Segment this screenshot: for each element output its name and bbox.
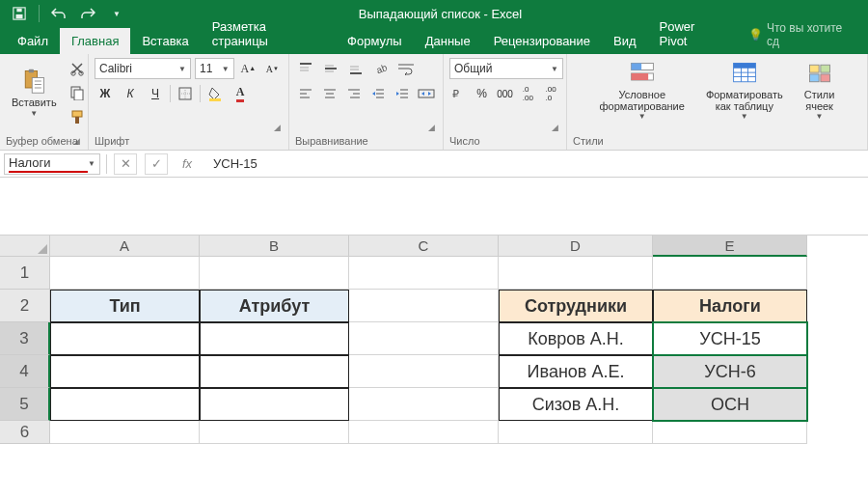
- save-icon[interactable]: [8, 3, 31, 24]
- row-header-5[interactable]: 5: [0, 388, 50, 421]
- cell-D6[interactable]: [499, 421, 653, 444]
- cell-A6[interactable]: [50, 421, 200, 444]
- tab-layout[interactable]: Разметка страницы: [201, 14, 336, 54]
- grow-font-icon[interactable]: A▲: [238, 58, 258, 79]
- font-size-combo[interactable]: 11▼: [195, 58, 234, 79]
- paste-button[interactable]: Вставить ▼: [6, 58, 63, 127]
- align-top-icon[interactable]: [295, 58, 316, 79]
- tab-view[interactable]: Вид: [602, 28, 648, 54]
- cell-D1[interactable]: [499, 257, 653, 290]
- cell-D3[interactable]: Ковров А.Н.: [499, 322, 653, 355]
- decrease-decimal-icon[interactable]: .00.0: [541, 83, 560, 104]
- cell-C5[interactable]: [349, 388, 499, 421]
- tab-data[interactable]: Данные: [414, 28, 482, 54]
- borders-icon[interactable]: [175, 83, 196, 104]
- cell-B4[interactable]: [200, 355, 349, 388]
- font-launcher-icon[interactable]: ◢: [274, 123, 281, 132]
- cell-B6[interactable]: [200, 421, 349, 444]
- underline-button[interactable]: Ч: [145, 83, 166, 104]
- format-as-table-button[interactable]: Форматировать как таблицу ▼: [700, 58, 789, 123]
- formula-cancel-icon[interactable]: ✕: [114, 153, 137, 175]
- cell-B2[interactable]: Атрибут: [200, 290, 349, 322]
- cell-E2[interactable]: Налоги: [653, 290, 807, 322]
- row-header-6[interactable]: 6: [0, 421, 50, 444]
- cell-A3[interactable]: [50, 322, 200, 355]
- percent-icon[interactable]: %: [473, 83, 492, 104]
- align-center-icon[interactable]: [319, 83, 339, 104]
- cut-icon[interactable]: [67, 58, 88, 79]
- cell-C4[interactable]: [349, 355, 499, 388]
- tab-formulas[interactable]: Формулы: [336, 28, 414, 54]
- align-right-icon[interactable]: [343, 83, 364, 104]
- cell-C1[interactable]: [349, 257, 499, 290]
- formula-enter-icon[interactable]: ✓: [145, 153, 168, 175]
- cell-D2[interactable]: Сотрудники: [499, 290, 653, 322]
- wrap-text-icon[interactable]: [395, 58, 417, 79]
- font-name-combo[interactable]: Calibri▼: [95, 58, 191, 79]
- redo-icon[interactable]: [76, 3, 99, 24]
- decrease-indent-icon[interactable]: [368, 83, 389, 104]
- cell-B1[interactable]: [200, 257, 349, 290]
- tab-review[interactable]: Рецензирование: [482, 28, 602, 54]
- fill-color-icon[interactable]: [204, 83, 226, 104]
- name-box[interactable]: Налоги ▼: [4, 153, 100, 175]
- svg-text:ab: ab: [375, 62, 388, 75]
- tab-insert[interactable]: Вставка: [130, 28, 200, 54]
- tab-file[interactable]: Файл: [6, 28, 60, 54]
- shrink-font-icon[interactable]: A▼: [262, 58, 283, 79]
- cell-D5[interactable]: Сизов А.Н.: [499, 388, 653, 421]
- align-left-icon[interactable]: [295, 83, 315, 104]
- cell-E5[interactable]: ОСН: [653, 388, 807, 421]
- undo-icon[interactable]: [47, 3, 70, 24]
- spreadsheet-grid[interactable]: A B C D E 1 2 Тип Атрибут Сотрудники Нал…: [0, 236, 868, 444]
- orientation-icon[interactable]: ab: [370, 58, 392, 79]
- col-header-D[interactable]: D: [499, 236, 653, 257]
- cell-E6[interactable]: [653, 421, 807, 444]
- bold-button[interactable]: Ж: [95, 83, 116, 104]
- cell-A1[interactable]: [50, 257, 200, 290]
- col-header-B[interactable]: B: [200, 236, 349, 257]
- fx-icon[interactable]: fx: [176, 153, 199, 175]
- align-middle-icon[interactable]: [320, 58, 341, 79]
- row-header-3[interactable]: 3: [0, 322, 50, 355]
- copy-icon[interactable]: [67, 82, 88, 103]
- cell-styles-button[interactable]: Стили ячеек ▼: [799, 58, 841, 123]
- row-header-4[interactable]: 4: [0, 355, 50, 388]
- align-launcher-icon[interactable]: ◢: [428, 123, 435, 132]
- increase-indent-icon[interactable]: [393, 83, 413, 104]
- formula-bar-value[interactable]: УСН-15: [205, 156, 864, 171]
- align-bottom-icon[interactable]: [345, 58, 366, 79]
- col-header-C[interactable]: C: [349, 236, 499, 257]
- cell-A5[interactable]: [50, 388, 200, 421]
- conditional-formatting-button[interactable]: Условное форматирование ▼: [594, 58, 691, 123]
- font-color-icon[interactable]: A: [230, 83, 251, 104]
- cell-E4[interactable]: УСН-6: [653, 355, 807, 388]
- cell-D4[interactable]: Иванов А.Е.: [499, 355, 653, 388]
- cell-E3[interactable]: УСН-15: [653, 322, 807, 355]
- row-header-2[interactable]: 2: [0, 290, 50, 322]
- format-painter-icon[interactable]: [67, 106, 88, 127]
- col-header-E[interactable]: E: [653, 236, 807, 257]
- cell-C2[interactable]: [349, 290, 499, 322]
- number-format-combo[interactable]: Общий▼: [449, 58, 563, 79]
- tab-home[interactable]: Главная: [60, 28, 130, 54]
- qat-customize-icon[interactable]: ▼: [105, 3, 128, 24]
- tell-me[interactable]: 💡 Что вы хотите сд: [737, 15, 868, 54]
- col-header-A[interactable]: A: [50, 236, 200, 257]
- tab-powerpivot[interactable]: Power Pivot: [648, 14, 737, 54]
- select-all-triangle[interactable]: [0, 236, 50, 257]
- cell-B3[interactable]: [200, 322, 349, 355]
- cell-A2[interactable]: Тип: [50, 290, 200, 322]
- number-launcher-icon[interactable]: ◢: [552, 123, 558, 132]
- cell-C6[interactable]: [349, 421, 499, 444]
- italic-button[interactable]: К: [120, 83, 141, 104]
- cell-B5[interactable]: [200, 388, 349, 421]
- cell-A4[interactable]: [50, 355, 200, 388]
- merge-center-icon[interactable]: [417, 83, 437, 104]
- accounting-format-icon[interactable]: ₽: [449, 83, 469, 104]
- row-header-1[interactable]: 1: [0, 257, 50, 290]
- cell-E1[interactable]: [653, 257, 807, 290]
- increase-decimal-icon[interactable]: .0.00: [518, 83, 537, 104]
- comma-style-icon[interactable]: 000: [496, 83, 515, 104]
- cell-C3[interactable]: [349, 322, 499, 355]
